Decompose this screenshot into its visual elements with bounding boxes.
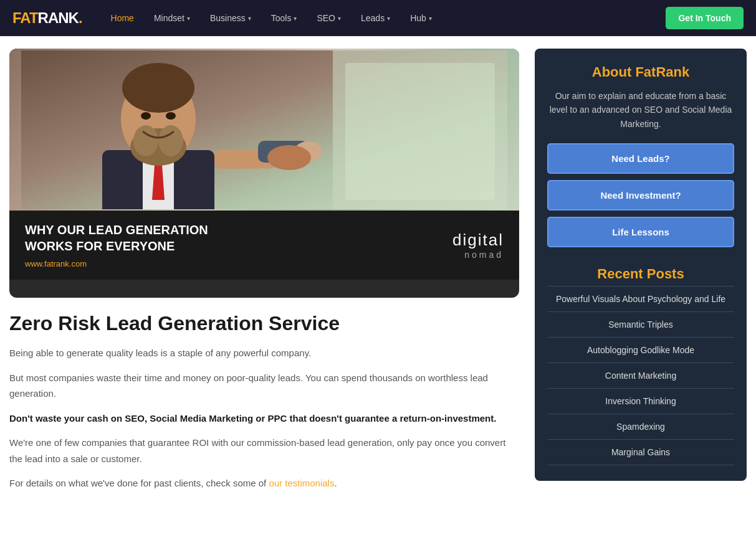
svg-point-7 <box>133 125 158 156</box>
main-content: WHY OUR LEAD GENERATIONWORKS FOR EVERYON… <box>9 49 519 500</box>
page-wrapper: WHY OUR LEAD GENERATIONWORKS FOR EVERYON… <box>0 36 756 513</box>
nav-tools[interactable]: Tools ▾ <box>261 0 307 36</box>
hero-brand: digital nomad <box>452 230 504 260</box>
tools-chevron-icon: ▾ <box>294 15 297 22</box>
nav-home[interactable]: Home <box>101 0 144 36</box>
about-title: About FatRank <box>547 64 734 80</box>
recent-post-0[interactable]: Powerful Visuals About Psychology and Li… <box>547 286 734 311</box>
article-p1: Being able to generate quality leads is … <box>9 345 519 361</box>
hero-photo <box>9 49 519 211</box>
hero-brand-line2: nomad <box>452 250 504 260</box>
need-investment-button[interactable]: Need Investment? <box>547 180 734 211</box>
article-p5-after: . <box>334 478 337 488</box>
nav-business[interactable]: Business ▾ <box>200 0 261 36</box>
seo-chevron-icon: ▾ <box>338 15 341 22</box>
sidebar: About FatRank Our aim to explain and edu… <box>535 49 747 500</box>
testimonials-link[interactable]: our testimonials <box>269 478 334 488</box>
about-card: About FatRank Our aim to explain and edu… <box>535 49 747 481</box>
recent-post-4[interactable]: Inversion Thinking <box>547 388 734 414</box>
article-p3-text: Don't waste your cash on SEO, Social Med… <box>9 413 496 424</box>
leads-chevron-icon: ▾ <box>387 15 390 22</box>
article-p3: Don't waste your cash on SEO, Social Med… <box>9 410 519 427</box>
article-p2: But most companies waste their time and … <box>9 370 519 402</box>
svg-point-9 <box>141 112 151 120</box>
svg-point-11 <box>122 63 194 113</box>
nav-hub[interactable]: Hub ▾ <box>400 0 442 36</box>
business-chevron-icon: ▾ <box>248 15 251 22</box>
logo-fat: FAT <box>12 9 38 26</box>
recent-post-1[interactable]: Semantic Triples <box>547 311 734 337</box>
recent-posts-title: Recent Posts <box>547 260 734 282</box>
article-body: Being able to generate quality leads is … <box>9 345 519 491</box>
hero-image: WHY OUR LEAD GENERATIONWORKS FOR EVERYON… <box>9 49 519 298</box>
nav-links: Home Mindset ▾ Business ▾ Tools ▾ SEO ▾ … <box>101 0 666 36</box>
article-p5-before: For details on what we've done for past … <box>9 478 269 488</box>
nav-mindset[interactable]: Mindset ▾ <box>144 0 200 36</box>
recent-post-6[interactable]: Marginal Gains <box>547 439 734 465</box>
svg-rect-18 <box>345 63 495 200</box>
article-p5: For details on what we've done for past … <box>9 475 519 491</box>
life-lessons-button[interactable]: Life Lessons <box>547 217 734 247</box>
get-in-touch-button[interactable]: Get In Touch <box>666 7 744 29</box>
hero-brand-line1: digital <box>452 230 504 250</box>
svg-point-16 <box>267 145 311 170</box>
nav-leads[interactable]: Leads ▾ <box>351 0 400 36</box>
hero-illustration <box>21 50 507 209</box>
svg-point-8 <box>158 125 183 156</box>
hero-main-title: WHY OUR LEAD GENERATIONWORKS FOR EVERYON… <box>25 222 208 254</box>
hero-text: WHY OUR LEAD GENERATIONWORKS FOR EVERYON… <box>25 222 208 268</box>
recent-posts-section: Recent Posts Powerful Visuals About Psyc… <box>547 260 734 465</box>
hub-chevron-icon: ▾ <box>429 15 432 22</box>
recent-post-2[interactable]: Autoblogging Godlike Mode <box>547 337 734 363</box>
hero-bottom-bar: WHY OUR LEAD GENERATIONWORKS FOR EVERYON… <box>9 211 519 280</box>
need-leads-button[interactable]: Need Leads? <box>547 143 734 174</box>
about-desc: Our aim to explain and educate from a ba… <box>547 89 734 131</box>
svg-point-10 <box>166 112 176 120</box>
mindset-chevron-icon: ▾ <box>187 15 190 22</box>
hero-url: www.fatrank.com <box>25 259 208 268</box>
nav-seo[interactable]: SEO ▾ <box>307 0 351 36</box>
article-title: Zero Risk Lead Generation Service <box>9 311 519 335</box>
site-logo[interactable]: FATRANK. <box>12 9 82 27</box>
recent-post-5[interactable]: Spamdexing <box>547 414 734 439</box>
navbar: FATRANK. Home Mindset ▾ Business ▾ Tools… <box>0 0 756 36</box>
logo-dot: . <box>79 9 82 26</box>
article-p4: We're one of few companies that guarante… <box>9 435 519 467</box>
recent-post-3[interactable]: Content Marketing <box>547 363 734 388</box>
logo-rank: RANK <box>38 9 79 26</box>
